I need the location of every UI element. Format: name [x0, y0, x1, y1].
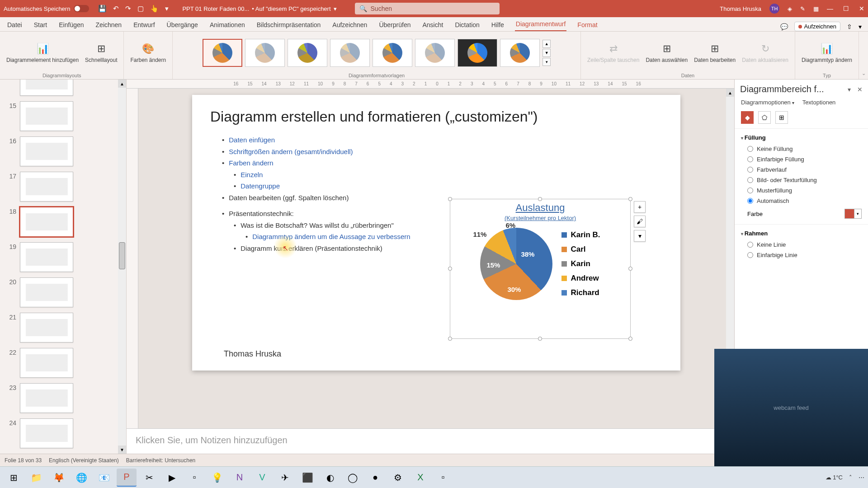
slide-thumb-22[interactable]: 22 [0, 345, 126, 380]
file-explorer-icon[interactable]: 📁 [26, 469, 46, 487]
fill-gradient[interactable]: Farbverlauf [741, 164, 862, 175]
chart-style-2[interactable] [245, 39, 285, 67]
add-chart-element-button[interactable]: 📊Diagrammelement hinzufügen [5, 41, 80, 64]
qat-more-icon[interactable]: ▾ [165, 5, 169, 13]
scroll-handle[interactable] [119, 242, 125, 269]
app-icon[interactable]: ◐ [320, 469, 340, 487]
document-title[interactable]: PPT 01 Roter Faden 00... • Auf "diesem P… [182, 5, 336, 12]
status-accessibility[interactable]: Barrierefreiheit: Untersuchen [126, 457, 195, 464]
vlc-icon[interactable]: ▶ [162, 469, 182, 487]
chart-style-4[interactable] [330, 39, 370, 67]
resize-handle[interactable] [628, 337, 632, 341]
slide-title[interactable]: Diagramm erstellen und formatieren („cus… [210, 108, 662, 125]
slide-thumb-16[interactable]: 16 [0, 134, 126, 169]
fill-solid[interactable]: Einfarbige Füllung [741, 154, 862, 164]
tab-zeichnen[interactable]: Zeichnen [95, 19, 123, 31]
resize-handle[interactable] [628, 197, 632, 201]
settings-icon[interactable]: ⚙ [388, 469, 408, 487]
line-none[interactable]: Keine Linie [741, 239, 862, 250]
tab-format[interactable]: Format [576, 19, 598, 31]
comments-icon[interactable]: 💬 [780, 23, 788, 30]
app-icon[interactable]: ◯ [343, 469, 363, 487]
minimize-button[interactable]: — [827, 5, 833, 12]
change-colors-button[interactable]: 🎨Farben ändern [128, 41, 168, 64]
toggle-switch[interactable] [74, 5, 89, 12]
edit-data-button[interactable]: ⊞Daten bearbeiten [692, 41, 737, 64]
slide-thumb-17[interactable]: 17 [0, 169, 126, 204]
app-icon[interactable]: 💡 [207, 469, 227, 487]
resize-handle[interactable] [448, 337, 452, 341]
slide-thumb-14[interactable]: 14 [0, 80, 126, 99]
pane-tab-chart-options[interactable]: Diagrammoptionen [741, 99, 794, 106]
telegram-icon[interactable]: ✈ [275, 469, 295, 487]
resize-handle[interactable] [448, 197, 452, 201]
maximize-button[interactable]: ☐ [843, 5, 849, 12]
touch-mode-icon[interactable]: 👆 [150, 5, 159, 13]
fill-pattern[interactable]: Musterfüllung [741, 185, 862, 196]
status-slide[interactable]: Folie 18 von 33 [5, 457, 42, 464]
tab-diagrammentwurf[interactable]: Diagrammentwurf [515, 18, 566, 31]
chart-legend[interactable]: Karin B. Carl Karin Andrew Richard [561, 230, 600, 297]
record-button[interactable]: Aufzeichnen [794, 22, 840, 31]
chart-brush-button[interactable]: 🖌 [634, 216, 646, 227]
ribbon-options-icon[interactable]: ▾ [859, 23, 862, 30]
resize-handle[interactable] [628, 267, 632, 271]
fill-line-icon[interactable]: ◆ [741, 111, 754, 124]
scroll-down-icon[interactable]: ▼ [118, 446, 126, 454]
start-slideshow-icon[interactable]: ▢ [137, 5, 144, 13]
chart-style-3[interactable] [288, 39, 327, 67]
slide-thumb-19[interactable]: 19 [0, 239, 126, 275]
snip-icon[interactable]: ✂ [139, 469, 159, 487]
slide-thumb-21[interactable]: 21 [0, 310, 126, 345]
select-data-button[interactable]: ⊞Daten auswählen [644, 41, 689, 64]
tab-animationen[interactable]: Animationen [209, 19, 246, 31]
section-fill[interactable]: Füllung [741, 131, 862, 144]
tab-ueberpruefen[interactable]: Überprüfen [378, 19, 411, 31]
tab-entwurf[interactable]: Entwurf [132, 19, 156, 31]
tab-aufzeichnen[interactable]: Aufzeichnen [331, 19, 368, 31]
chart-style-5[interactable] [373, 39, 412, 67]
chart-filter-button[interactable]: ▾ [634, 230, 646, 242]
effects-icon[interactable]: ⬠ [758, 111, 771, 124]
chevron-down-icon[interactable]: ▾ [334, 5, 337, 12]
quick-layout-button[interactable]: ⊞Schnelllayout [83, 41, 119, 64]
status-lang[interactable]: Englisch (Vereinigte Staaten) [49, 457, 119, 464]
resize-handle[interactable] [538, 197, 542, 201]
size-props-icon[interactable]: ⊞ [775, 111, 788, 124]
weather-widget[interactable]: ☁ 1°C [826, 474, 843, 481]
close-button[interactable]: ✕ [859, 5, 864, 12]
onenote-icon[interactable]: N [230, 469, 250, 487]
tray-icons[interactable]: ⋯ [859, 474, 864, 481]
share-icon[interactable]: ⇧ [847, 23, 852, 30]
collapse-ribbon-icon[interactable]: ⌄ [862, 70, 866, 76]
chrome-icon[interactable]: 🌐 [71, 469, 91, 487]
chart-subtitle[interactable]: (Kursteilnehmer pro Lektor) [450, 215, 630, 221]
chart-style-7[interactable] [458, 39, 497, 67]
tab-start[interactable]: Start [33, 19, 48, 31]
tray-expand-icon[interactable]: ˄ [849, 474, 852, 481]
tab-uebergaenge[interactable]: Übergänge [166, 19, 199, 31]
slide-thumb-24[interactable]: 24 [0, 416, 126, 451]
line-solid[interactable]: Einfarbige Linie [741, 250, 862, 260]
notes-pane[interactable]: Klicken Sie, um Notizen hinzuzufügen [127, 428, 734, 454]
slide-canvas[interactable]: Diagramm erstellen und formatieren („cus… [192, 95, 680, 371]
section-border[interactable]: Rahmen [741, 227, 862, 239]
fill-none[interactable]: Keine Füllung [741, 144, 862, 154]
undo-icon[interactable]: ↶ [113, 5, 119, 13]
app-icon[interactable]: V [252, 469, 272, 487]
tab-einfuegen[interactable]: Einfügen [58, 19, 85, 31]
resize-handle[interactable] [448, 267, 452, 271]
diamond-icon[interactable]: ◈ [788, 5, 792, 12]
save-icon[interactable]: 💾 [98, 5, 107, 13]
tab-bildschirmpraesentation[interactable]: Bildschirmpräsentation [256, 19, 322, 31]
app-icon[interactable]: ● [365, 469, 385, 487]
tab-ansicht[interactable]: Ansicht [421, 19, 444, 31]
slide-thumb-23[interactable]: 23 [0, 380, 126, 416]
pane-dropdown-icon[interactable]: ▾ [848, 86, 851, 93]
search-box[interactable]: 🔍 Suchen [355, 3, 500, 14]
chart-style-1[interactable] [203, 39, 242, 67]
chart-object[interactable]: + 🖌 ▾ Auslastung (Kursteilnehmer pro Lek… [450, 199, 631, 339]
scroll-up-icon[interactable]: ▲ [726, 89, 734, 97]
calendar-icon[interactable]: ▦ [813, 5, 819, 12]
slide-thumb-20[interactable]: 20 [0, 275, 126, 310]
